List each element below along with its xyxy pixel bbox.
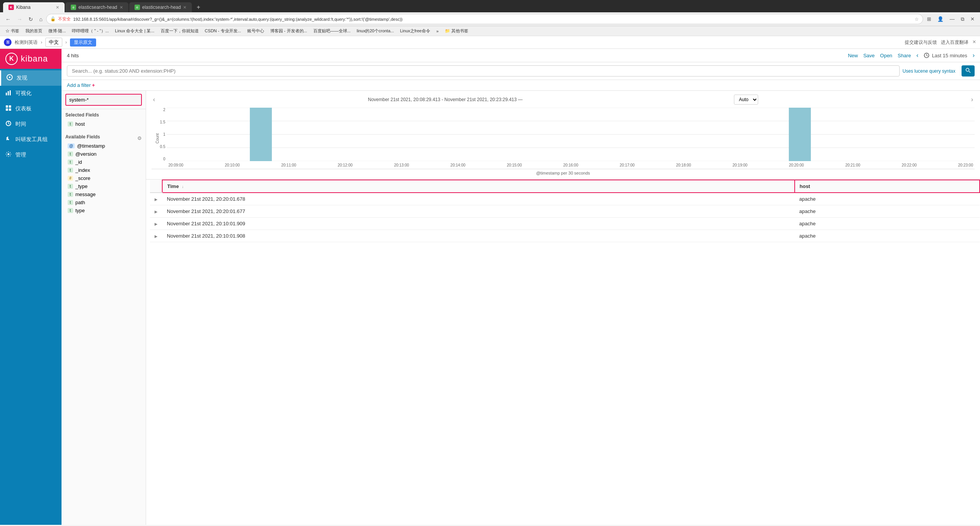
sidebar-item-dashboard[interactable]: 仪表板 — [0, 101, 62, 117]
bookmark-free[interactable]: Linux之free命令 — [398, 27, 432, 35]
bookmark-home[interactable]: 我的首页 — [23, 27, 45, 35]
expand-row-0[interactable]: ▶ — [155, 197, 158, 201]
search-input[interactable] — [67, 65, 900, 77]
svg-point-14 — [8, 153, 10, 155]
svg-point-18 — [966, 68, 969, 72]
bookmark-baidu[interactable]: 百度一下，你就知道 — [158, 27, 201, 35]
open-button[interactable]: Open — [880, 53, 892, 58]
nav-actions: ⊞ 👤 — ⧉ ✕ — [925, 15, 977, 24]
bookmark-bilibili[interactable]: 哔哔哩哩（ " - "）... — [70, 27, 111, 35]
minimize-button[interactable]: — — [947, 15, 957, 24]
field-type-field[interactable]: t _type — [65, 182, 142, 190]
tab-close-es2[interactable]: ✕ — [183, 5, 186, 10]
bookmark-manage[interactable]: ☆ 书签 — [3, 27, 22, 35]
bookmark-cron[interactable]: linux的20个cronta... — [354, 27, 396, 35]
extensions-button[interactable]: ⊞ — [925, 15, 933, 24]
expand-row-1[interactable]: ▶ — [155, 210, 158, 214]
table-col-time[interactable]: Time ↓ — [162, 180, 795, 193]
new-button[interactable]: New — [848, 53, 858, 58]
lucene-link[interactable]: Uses lucene query syntax — [903, 68, 955, 74]
table-col-host[interactable]: host — [795, 180, 980, 193]
chart-svg — [167, 108, 975, 161]
bookmark-weibo[interactable]: 微博·随... — [46, 27, 68, 35]
sidebar-item-management[interactable]: 管理 — [0, 147, 62, 163]
chart-nav-prev[interactable]: ‹ — [151, 95, 156, 105]
time-nav-next[interactable]: › — [973, 52, 975, 59]
save-button[interactable]: Save — [863, 53, 875, 58]
row-0-time: November 21st 2021, 20:20:01.678 — [162, 193, 795, 205]
row-2-host: apache — [795, 218, 980, 230]
account-button[interactable]: 👤 — [935, 15, 946, 24]
chart-area: ‹ November 21st 2021, 20:08:29.413 - Nov… — [146, 91, 980, 180]
toolbar-right: New Save Open Share ‹ Last 15 minutes › — [848, 52, 975, 59]
table-row-2: ▶ November 21st 2021, 20:10:01.909 apach… — [150, 218, 980, 230]
svg-line-13 — [8, 123, 10, 124]
restore-button[interactable]: ⧉ — [958, 15, 967, 24]
sidebar-item-timelion[interactable]: 时间 — [0, 117, 62, 132]
sidebar-item-devtools[interactable]: 叫研发工具组 — [0, 132, 62, 147]
sidebar-dashboard-label: 仪表板 — [15, 105, 32, 112]
translate-show-original[interactable]: 显示原文 — [70, 38, 96, 47]
translate-goto[interactable]: 进入百度翻译 — [941, 39, 968, 46]
field-path[interactable]: t path — [65, 198, 142, 206]
forward-button[interactable]: → — [15, 15, 25, 24]
bookmark-csdn[interactable]: CSDN - 专业开发... — [203, 27, 243, 35]
bookmark-more[interactable]: » — [434, 28, 441, 34]
bookmark-cnblogs[interactable]: 博客园 - 开发者的... — [268, 27, 309, 35]
selected-field-host[interactable]: t host — [65, 120, 142, 128]
tab-close-kibana[interactable]: ✕ — [56, 5, 59, 10]
field-message[interactable]: t message — [65, 190, 142, 198]
add-filter-button[interactable]: Add a filter + — [67, 82, 95, 88]
chart-y-title: Count — [155, 133, 160, 143]
search-button[interactable] — [962, 65, 975, 77]
share-button[interactable]: Share — [898, 53, 911, 58]
main-content: 4 hits New Save Open Share ‹ Last 15 min… — [62, 49, 980, 525]
sidebar-item-visualize[interactable]: 可视化 — [0, 86, 62, 101]
close-button[interactable]: ✕ — [968, 15, 977, 24]
field-version[interactable]: t @version — [65, 150, 142, 158]
time-nav-prev[interactable]: ‹ — [917, 52, 918, 59]
bookmark-account[interactable]: 账号中心 — [245, 27, 266, 35]
table-header-row: Time ↓ host — [150, 180, 980, 193]
tab-kibana[interactable]: K Kibana ✕ — [3, 2, 65, 12]
translate-lang-button[interactable]: 中文 — [45, 38, 62, 47]
field-index[interactable]: t _index — [65, 166, 142, 174]
field-type-item[interactable]: t type — [65, 206, 142, 215]
expand-row-2[interactable]: ▶ — [155, 222, 158, 226]
chart-x-label-13: 20:22:00 — [902, 163, 917, 167]
address-text[interactable]: 192.168.8.15:5601/app/kibana#/discover?_… — [73, 17, 912, 22]
bookmark-linux-cmd[interactable]: Linux 命令大全 | 某... — [113, 27, 157, 35]
field-timestamp[interactable]: @ @timestamp — [65, 142, 142, 150]
chart-interval-select[interactable]: Auto — [734, 95, 758, 105]
address-bar[interactable]: 🔓 不安全 192.168.8.15:5601/app/kibana#/disc… — [46, 14, 923, 24]
back-button[interactable]: ← — [3, 15, 13, 24]
fields-settings-icon[interactable]: ⚙ — [137, 135, 142, 141]
discover-icon — [7, 74, 13, 82]
translate-close-button[interactable]: ✕ — [972, 39, 976, 46]
table-col-time-label: Time — [167, 183, 179, 189]
index-pattern-input[interactable] — [65, 94, 142, 106]
refresh-button[interactable]: ↻ — [26, 15, 35, 24]
bookmark-other[interactable]: 📁 其他书签 — [443, 27, 471, 35]
new-tab-button[interactable]: + — [193, 2, 204, 12]
bookmark-tieba[interactable]: 百度贴吧——全球... — [311, 27, 353, 35]
field-id[interactable]: t _id — [65, 158, 142, 166]
chart-time-range: November 21st 2021, 20:08:29.413 - Novem… — [368, 97, 522, 102]
tab-close-es1[interactable]: ✕ — [120, 5, 123, 10]
expand-row-3[interactable]: ▶ — [155, 234, 158, 238]
chart-x-label-1: 20:10:00 — [225, 163, 240, 167]
chart-nav-next[interactable]: › — [970, 95, 975, 105]
bookmark-star-icon[interactable]: ☆ — [915, 17, 919, 22]
selected-fields-section: Selected Fields t host — [62, 109, 146, 131]
home-button[interactable]: ⌂ — [37, 15, 45, 24]
chart-x-label-0: 20:09:00 — [168, 163, 183, 167]
tab-favicon-es2: e — [135, 5, 140, 10]
translate-feedback[interactable]: 提交建议与反馈 — [905, 39, 937, 46]
field-score[interactable]: # _score — [65, 174, 142, 182]
chart-x-label-10: 20:19:00 — [732, 163, 747, 167]
field-name-id: _id — [75, 159, 82, 165]
tab-es-head-1[interactable]: e elasticsearch-head ✕ — [65, 2, 128, 12]
chart-wrapper: 2 1.5 1 0.5 0 Count — [151, 108, 975, 169]
sidebar-item-discover[interactable]: 发现 — [0, 70, 62, 86]
tab-es-head-2[interactable]: e elasticsearch-head ✕ — [129, 2, 192, 12]
